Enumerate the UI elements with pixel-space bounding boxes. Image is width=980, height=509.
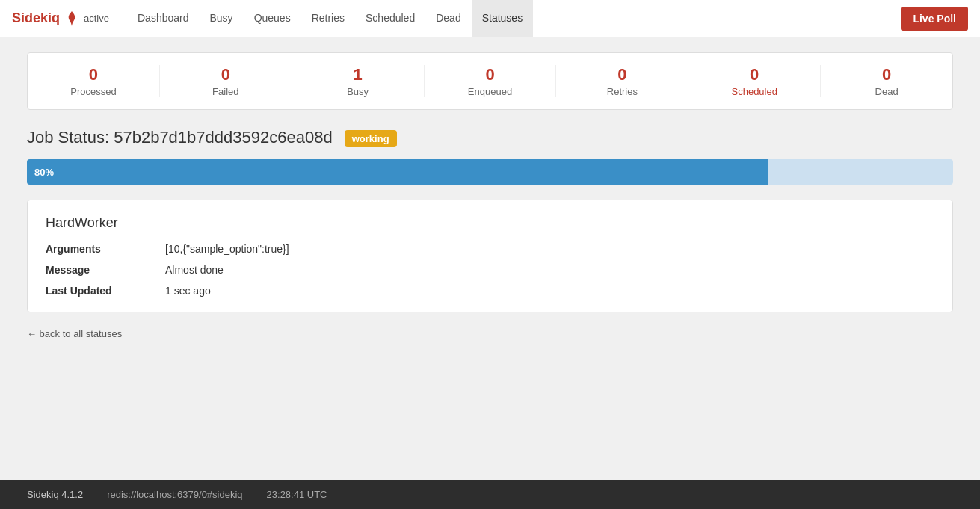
footer-redis: redis://localhost:6379/0#sidekiq	[107, 489, 242, 500]
progress-bar-fill: 80%	[27, 159, 768, 185]
stat-dead-value: 0	[821, 65, 952, 84]
working-badge: working	[345, 130, 397, 147]
stat-scheduled: 0 Scheduled	[688, 65, 821, 97]
job-status-title: Job Status: 57b2b7d1b7ddd3592c6ea08d wor…	[27, 128, 953, 147]
stat-scheduled-value: 0	[688, 65, 820, 84]
stat-scheduled-label: Scheduled	[688, 86, 820, 97]
stat-enqueued-label: Enqueued	[425, 86, 556, 97]
footer-time: 23:28:41 UTC	[267, 489, 327, 500]
progress-label: 80%	[34, 167, 54, 178]
stat-busy-value: 1	[292, 65, 424, 84]
nav-dead[interactable]: Dead	[425, 0, 471, 37]
brand-status: active	[84, 13, 109, 24]
nav-links: Dashboard Busy Queues Retries Scheduled …	[127, 0, 901, 37]
last-updated-row: Last Updated 1 sec ago	[46, 285, 934, 297]
nav-busy[interactable]: Busy	[200, 0, 244, 37]
stat-dead-label: Dead	[821, 86, 952, 97]
stats-bar: 0 Processed 0 Failed 1 Busy 0 Enqueued 0…	[27, 52, 953, 110]
stat-dead: 0 Dead	[821, 65, 952, 97]
last-updated-label: Last Updated	[46, 285, 165, 297]
back-to-statuses-link[interactable]: ← back to all statuses	[27, 328, 122, 339]
sidekiq-icon	[63, 10, 81, 28]
nav-dashboard[interactable]: Dashboard	[127, 0, 200, 37]
arguments-row: Arguments [10,{"sample_option":true}]	[46, 243, 934, 255]
progress-bar-container: 80%	[27, 159, 953, 185]
stat-enqueued-value: 0	[425, 65, 556, 84]
stat-busy: 1 Busy	[292, 65, 425, 97]
nav-retries[interactable]: Retries	[301, 0, 355, 37]
live-poll-button[interactable]: Live Poll	[901, 7, 968, 31]
stat-enqueued: 0 Enqueued	[425, 65, 557, 97]
message-row: Message Almost done	[46, 264, 934, 276]
nav-statuses[interactable]: Statuses	[472, 0, 533, 37]
brand-name: Sidekiq	[12, 10, 60, 26]
stat-retries: 0 Retries	[556, 65, 688, 97]
job-detail-card: HardWorker Arguments [10,{"sample_option…	[27, 200, 953, 312]
arguments-label: Arguments	[46, 243, 165, 255]
stat-processed: 0 Processed	[28, 65, 160, 97]
nav-queues[interactable]: Queues	[244, 0, 301, 37]
stat-failed-label: Failed	[160, 86, 292, 97]
logo: Sidekiq active	[12, 10, 109, 28]
last-updated-value: 1 sec ago	[165, 285, 211, 297]
stat-retries-value: 0	[556, 65, 688, 84]
message-label: Message	[46, 264, 165, 276]
worker-name: HardWorker	[46, 215, 934, 231]
footer: Sidekiq 4.1.2 redis://localhost:6379/0#s…	[0, 480, 980, 509]
main-content: 0 Processed 0 Failed 1 Busy 0 Enqueued 0…	[0, 37, 980, 480]
message-value: Almost done	[165, 264, 224, 276]
job-id: 57b2b7d1b7ddd3592c6ea08d	[114, 128, 332, 146]
arguments-value: [10,{"sample_option":true}]	[165, 243, 289, 255]
footer-version: Sidekiq 4.1.2	[27, 489, 83, 500]
stat-failed: 0 Failed	[160, 65, 292, 97]
job-status-prefix: Job Status:	[27, 128, 109, 146]
stat-processed-label: Processed	[28, 86, 159, 97]
nav-scheduled[interactable]: Scheduled	[355, 0, 425, 37]
stat-busy-label: Busy	[292, 86, 424, 97]
stat-failed-value: 0	[160, 65, 292, 84]
stat-retries-label: Retries	[556, 86, 688, 97]
stat-processed-value: 0	[28, 65, 159, 84]
